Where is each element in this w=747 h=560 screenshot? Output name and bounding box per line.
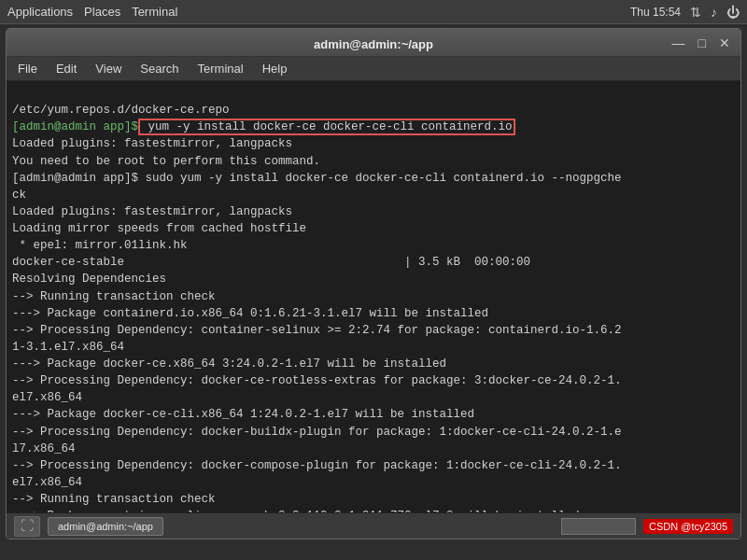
cmd-line: [admin@admin app]$ yum -y install docker…	[12, 119, 515, 135]
output-line23: el7.x86_64	[12, 476, 82, 489]
terminal-body[interactable]: /etc/yum.repos.d/docker-ce.repo [admin@a…	[7, 81, 740, 512]
output-line17: --> Processing Dependency: docker-ce-roo…	[12, 374, 622, 387]
output-line21: l7.x86_64	[12, 442, 76, 455]
system-bar: Applications Places Terminal Thu 15:54 ⇅…	[0, 0, 747, 24]
output-line25: ---> Package container-selinux.noarch 2:…	[12, 510, 580, 512]
output-line8: Loading mirror speeds from cached hostfi…	[12, 222, 306, 235]
output-line24: --> Running transaction check	[12, 493, 216, 506]
menu-bar: File Edit View Search Terminal Help	[7, 57, 740, 81]
status-right: CSDN @tcy2305	[561, 518, 733, 535]
output-line20: --> Processing Dependency: docker-buildx…	[12, 426, 622, 439]
title-bar: admin@admin:~/app — □ ✕	[7, 29, 740, 57]
menu-file[interactable]: File	[10, 60, 45, 77]
output-line14: --> Processing Dependency: container-sel…	[12, 324, 622, 337]
output-line7: Loaded plugins: fastestmirror, langpacks	[12, 205, 292, 218]
output-line5: [admin@admin app]$ sudo yum -y install d…	[12, 172, 622, 185]
resize-icon[interactable]: ⛶	[14, 516, 40, 537]
terminal-content: /etc/yum.repos.d/docker-ce.repo [admin@a…	[12, 85, 735, 512]
menu-edit[interactable]: Edit	[49, 60, 84, 77]
status-input-box	[561, 518, 636, 535]
applications-menu[interactable]: Applications	[7, 5, 73, 19]
csdn-badge: CSDN @tcy2305	[643, 519, 733, 534]
output-line16: ---> Package docker-ce.x86_64 3:24.0.2-1…	[12, 357, 446, 371]
terminal-tab[interactable]: admin@admin:~/app	[48, 517, 163, 536]
output-line10: docker-ce-stable | 3.5 kB 00:00:00	[12, 256, 530, 269]
output-line22: --> Processing Dependency: docker-compos…	[12, 459, 622, 472]
output-line9: * epel: mirror.01link.hk	[12, 239, 188, 252]
network-icon: ⇅	[690, 5, 701, 20]
output-line13: ---> Package containerd.io.x86_64 0:1.6.…	[12, 307, 488, 320]
window-controls: — □ ✕	[669, 35, 733, 50]
output-line11: Resolving Dependencies	[12, 273, 166, 286]
path-line: /etc/yum.repos.d/docker-ce.repo	[12, 104, 230, 117]
menu-view[interactable]: View	[88, 60, 129, 77]
output-line15: 1-3.1.el7.x86_64	[12, 341, 124, 354]
status-bar: ⛶ admin@admin:~/app CSDN @tcy2305	[7, 512, 740, 539]
menu-terminal[interactable]: Terminal	[190, 60, 251, 77]
window-title: admin@admin:~/app	[314, 37, 433, 51]
output-line6: ck	[12, 189, 26, 202]
system-bar-right: Thu 15:54 ⇅ ♪ ⏻	[630, 5, 740, 20]
menu-search[interactable]: Search	[133, 60, 186, 77]
status-left: ⛶ admin@admin:~/app	[14, 516, 163, 537]
system-bar-left: Applications Places Terminal	[7, 5, 177, 19]
close-button[interactable]: ✕	[716, 35, 733, 50]
terminal-menu[interactable]: Terminal	[132, 5, 177, 19]
power-icon[interactable]: ⏻	[726, 5, 740, 20]
places-menu[interactable]: Places	[84, 5, 120, 19]
terminal-window: admin@admin:~/app — □ ✕ File Edit View S…	[6, 28, 741, 539]
minimize-button[interactable]: —	[669, 35, 688, 50]
output-line12: --> Running transaction check	[12, 290, 216, 303]
output-line4: You need to be root to perform this comm…	[12, 155, 320, 168]
output-line19: ---> Package docker-ce-cli.x86_64 1:24.0…	[12, 408, 474, 421]
menu-help[interactable]: Help	[255, 60, 295, 77]
output-line18: el7.x86_64	[12, 391, 82, 404]
output-line3: Loaded plugins: fastestmirror, langpacks	[12, 137, 292, 150]
maximize-button[interactable]: □	[696, 35, 709, 50]
datetime-display: Thu 15:54	[630, 6, 681, 19]
volume-icon: ♪	[711, 5, 717, 20]
